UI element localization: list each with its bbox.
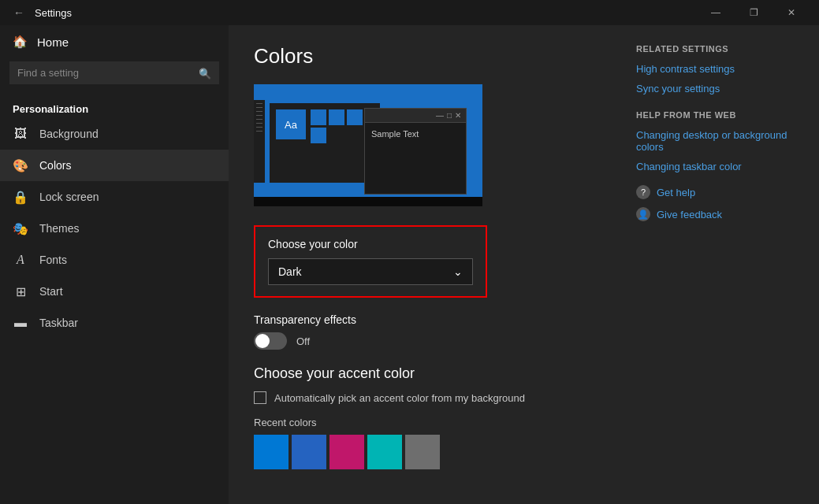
sidebar-item-start[interactable]: ⊞ Start bbox=[0, 276, 229, 307]
sidebar-item-label: Taskbar bbox=[39, 317, 78, 329]
start-icon: ⊞ bbox=[13, 284, 28, 299]
preview-window: Aa bbox=[270, 100, 380, 183]
transparency-label: Transparency effects bbox=[254, 313, 605, 326]
sidebar-item-fonts[interactable]: A Fonts bbox=[0, 244, 229, 276]
sidebar-item-colors[interactable]: 🎨 Colors bbox=[0, 150, 229, 181]
color-swatches bbox=[254, 435, 605, 469]
background-icon: 🖼 bbox=[13, 126, 28, 142]
sidebar-search-container: 🔍 bbox=[9, 61, 219, 84]
changing-colors-link[interactable]: Changing desktop or background colors bbox=[636, 129, 794, 153]
titlebar: ← Settings — ❐ ✕ bbox=[0, 0, 819, 25]
choose-color-label: Choose your color bbox=[268, 238, 473, 250]
get-help-label: Get help bbox=[657, 187, 695, 198]
home-icon: 🏠 bbox=[13, 35, 28, 49]
changing-taskbar-link[interactable]: Changing taskbar color bbox=[636, 161, 794, 172]
high-contrast-link[interactable]: High contrast settings bbox=[636, 63, 794, 75]
recent-colors-title: Recent colors bbox=[254, 417, 605, 428]
sidebar-item-label: Colors bbox=[39, 159, 71, 172]
auto-pick-row[interactable]: Automatically pick an accent color from … bbox=[254, 391, 605, 404]
search-input[interactable] bbox=[9, 61, 219, 84]
app-title: Settings bbox=[35, 7, 698, 19]
transparency-toggle-row: Off bbox=[254, 332, 605, 350]
page-title: Colors bbox=[254, 44, 605, 69]
restore-button[interactable]: ❐ bbox=[735, 0, 772, 25]
help-title: Help from the web bbox=[636, 110, 794, 120]
app-body: 🏠 Home 🔍 Personalization 🖼 Background 🎨 … bbox=[0, 25, 819, 504]
color-swatch-4[interactable] bbox=[405, 435, 440, 469]
sidebar-item-label: Fonts bbox=[39, 254, 67, 266]
sample-text: Sample Text bbox=[371, 129, 460, 139]
color-swatch-2[interactable] bbox=[329, 435, 364, 469]
sidebar-item-label: Background bbox=[39, 128, 99, 140]
sidebar-item-taskbar[interactable]: ▬ Taskbar bbox=[0, 307, 229, 339]
transparency-state: Off bbox=[296, 335, 310, 347]
home-label: Home bbox=[37, 35, 69, 49]
preview-taskbar bbox=[254, 197, 482, 206]
sidebar-item-label: Start bbox=[39, 285, 63, 298]
fonts-icon: A bbox=[13, 252, 28, 268]
get-help-link[interactable]: ? Get help bbox=[636, 185, 794, 199]
lock-icon: 🔒 bbox=[13, 189, 28, 205]
sync-settings-link[interactable]: Sync your settings bbox=[636, 83, 794, 94]
window-controls: — ❐ ✕ bbox=[698, 0, 810, 25]
accent-title: Choose your accent color bbox=[254, 365, 605, 382]
back-button[interactable]: ← bbox=[9, 3, 28, 22]
transparency-setting: Transparency effects Off bbox=[254, 313, 605, 350]
give-feedback-link[interactable]: 👤 Give feedback bbox=[636, 207, 794, 221]
accent-section: Choose your accent color Automatically p… bbox=[254, 365, 605, 469]
taskbar-icon: ▬ bbox=[13, 315, 28, 331]
sidebar-item-themes[interactable]: 🎭 Themes bbox=[0, 213, 229, 244]
color-preview: Aa —□✕ Sample Text bbox=[254, 84, 482, 206]
give-feedback-label: Give feedback bbox=[657, 209, 722, 220]
preview-aa: Aa bbox=[276, 109, 306, 139]
sidebar-item-lock-screen[interactable]: 🔒 Lock screen bbox=[0, 181, 229, 213]
color-dropdown-value: Dark bbox=[278, 265, 302, 278]
sidebar: 🏠 Home 🔍 Personalization 🖼 Background 🎨 … bbox=[0, 25, 229, 504]
sidebar-section-title: Personalization bbox=[0, 97, 229, 118]
right-panel: Related Settings High contrast settings … bbox=[636, 44, 794, 485]
chevron-down-icon: ⌄ bbox=[453, 265, 463, 278]
color-swatch-0[interactable] bbox=[254, 435, 289, 469]
transparency-toggle[interactable] bbox=[254, 332, 287, 350]
search-icon: 🔍 bbox=[199, 67, 211, 79]
content-area: Colors Aa bbox=[229, 25, 819, 504]
colors-icon: 🎨 bbox=[13, 158, 28, 173]
color-swatch-1[interactable] bbox=[292, 435, 326, 469]
color-dropdown[interactable]: Dark ⌄ bbox=[268, 258, 473, 285]
close-button[interactable]: ✕ bbox=[773, 0, 810, 25]
get-help-icon: ? bbox=[636, 185, 650, 199]
sidebar-item-label: Themes bbox=[39, 222, 80, 235]
sidebar-item-label: Lock screen bbox=[39, 191, 99, 203]
sidebar-home[interactable]: 🏠 Home bbox=[0, 25, 229, 58]
main-content: Colors Aa bbox=[254, 44, 605, 485]
choose-color-box: Choose your color Dark ⌄ bbox=[254, 225, 487, 298]
preview-inner-window: —□✕ Sample Text bbox=[364, 108, 467, 195]
related-settings-title: Related Settings bbox=[636, 44, 794, 54]
auto-pick-checkbox[interactable] bbox=[254, 391, 266, 404]
minimize-button[interactable]: — bbox=[698, 0, 734, 25]
color-swatch-3[interactable] bbox=[367, 435, 402, 469]
give-feedback-icon: 👤 bbox=[636, 207, 650, 221]
themes-icon: 🎭 bbox=[13, 220, 28, 236]
auto-pick-label: Automatically pick an accent color from … bbox=[274, 392, 525, 404]
sidebar-item-background[interactable]: 🖼 Background bbox=[0, 118, 229, 150]
preview-ruler bbox=[254, 100, 265, 183]
